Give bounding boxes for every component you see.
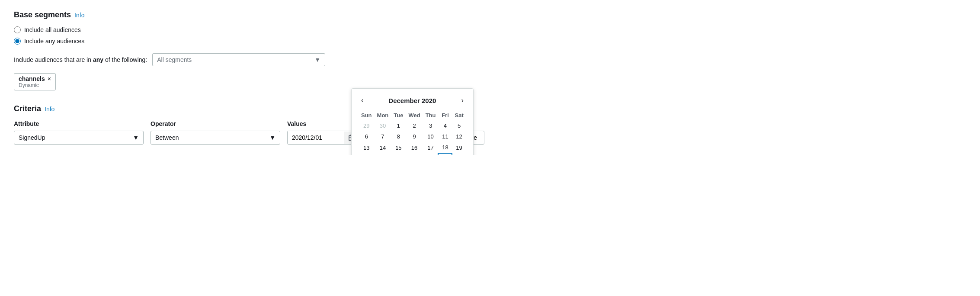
calendar-day-cell[interactable]: 9: [406, 131, 423, 142]
cal-header-fri: Fri: [438, 110, 452, 120]
date-from-input[interactable]: [288, 131, 344, 144]
calendar-day-cell[interactable]: 19: [452, 142, 466, 153]
cal-header-thu: Thu: [423, 110, 439, 120]
attribute-label: Attribute: [14, 120, 144, 127]
cal-header-sat: Sat: [452, 110, 466, 120]
bold-any: any: [93, 56, 103, 63]
criteria-grid: Attribute SignedUp ▼ Operator Between ▼ …: [14, 120, 966, 145]
include-row: Include audiences that are in any of the…: [14, 53, 966, 66]
calendar-month-year: December 2020: [388, 97, 436, 104]
values-field-group: Values: [287, 120, 360, 145]
criteria-header: Criteria Info: [14, 104, 966, 113]
calendar-day-cell[interactable]: 13: [359, 142, 375, 153]
base-segments-info-link[interactable]: Info: [74, 12, 84, 19]
radio-any-audiences[interactable]: Include any audiences: [14, 38, 966, 45]
criteria-title: Criteria: [14, 104, 41, 113]
operator-value: Between: [155, 134, 179, 141]
calendar-week-row: 13141516171819: [359, 142, 466, 153]
channels-tag-chip: channels × Dynamic: [14, 73, 56, 90]
cal-header-tue: Tue: [391, 110, 406, 120]
attribute-arrow-icon: ▼: [133, 134, 139, 141]
values-label: Values: [287, 120, 360, 127]
tag-chip-container: channels × Dynamic: [14, 73, 966, 92]
calendar-day-cell[interactable]: 16: [406, 142, 423, 153]
calendar-day-cell[interactable]: 7: [375, 131, 391, 142]
calendar-day-cell[interactable]: 4: [438, 120, 452, 131]
calendar-next-button[interactable]: ›: [458, 96, 466, 105]
chip-close-button[interactable]: ×: [48, 75, 51, 82]
calendar-day-cell[interactable]: 11: [438, 131, 452, 142]
calendar-day-cell[interactable]: 3: [423, 120, 439, 131]
attribute-value: SignedUp: [19, 134, 45, 141]
calendar-day-headers-row: Sun Mon Tue Wed Thu Fri Sat: [359, 110, 466, 120]
calendar-day-cell[interactable]: 12: [452, 131, 466, 142]
calendar-day-cell[interactable]: 17: [423, 142, 439, 153]
chip-inner: channels × Dynamic: [19, 75, 51, 88]
chip-subtitle: Dynamic: [19, 82, 51, 88]
criteria-info-link[interactable]: Info: [45, 106, 54, 113]
calendar-week-row: 20212223242526: [359, 153, 466, 155]
radio-any-label: Include any audiences: [24, 38, 84, 45]
audience-radio-group: Include all audiences Include any audien…: [14, 26, 966, 45]
calendar-day-cell[interactable]: 21: [375, 153, 391, 155]
calendar-day-cell[interactable]: 29: [359, 120, 375, 131]
all-segments-dropdown[interactable]: All segments ▼: [152, 53, 325, 66]
calendar-day-cell[interactable]: 15: [391, 142, 406, 153]
calendar-thead: Sun Mon Tue Wed Thu Fri Sat: [359, 110, 466, 120]
calendar-grid: Sun Mon Tue Wed Thu Fri Sat 293012345678…: [359, 110, 466, 155]
calendar-day-cell[interactable]: 30: [375, 120, 391, 131]
chevron-left-icon: ‹: [361, 97, 363, 104]
attribute-field-group: Attribute SignedUp ▼: [14, 120, 144, 145]
calendar-body: 2930123456789101112131415161718192021222…: [359, 120, 466, 155]
calendar-day-cell[interactable]: 6: [359, 131, 375, 142]
calendar-day-cell[interactable]: 20: [359, 153, 375, 155]
operator-arrow-icon: ▼: [269, 134, 275, 141]
calendar-day-cell[interactable]: 22: [391, 153, 406, 155]
calendar-day-cell[interactable]: 5: [452, 120, 466, 131]
base-segments-title: Base segments: [14, 10, 71, 19]
operator-dropdown[interactable]: Between ▼: [151, 131, 280, 145]
calendar-day-cell[interactable]: 1: [391, 120, 406, 131]
calendar-header: ‹ December 2020 ›: [359, 96, 466, 105]
include-row-label: Include audiences that are in any of the…: [14, 56, 147, 63]
radio-all-audiences[interactable]: Include all audiences: [14, 26, 966, 33]
chip-top: channels ×: [19, 75, 51, 82]
operator-field-group: Operator Between ▼: [151, 120, 280, 145]
all-segments-placeholder: All segments: [157, 56, 192, 63]
calendar-week-row: 6789101112: [359, 131, 466, 142]
date-from-wrapper: [287, 131, 360, 145]
cal-header-wed: Wed: [406, 110, 423, 120]
calendar-day-cell[interactable]: 2: [406, 120, 423, 131]
calendar-day-cell[interactable]: 10: [423, 131, 439, 142]
chevron-right-icon: ›: [461, 97, 463, 104]
radio-all-label: Include all audiences: [24, 26, 81, 33]
main-content: Base segments Info Include all audiences…: [14, 10, 966, 145]
cal-header-mon: Mon: [375, 110, 391, 120]
chip-title: channels: [19, 75, 45, 82]
operator-label: Operator: [151, 120, 280, 127]
base-segments-header: Base segments Info: [14, 10, 966, 19]
dropdown-arrow-icon: ▼: [314, 56, 320, 63]
calendar-prev-button[interactable]: ‹: [359, 96, 366, 105]
calendar-day-cell[interactable]: 23: [406, 153, 423, 155]
calendar-week-row: 293012345: [359, 120, 466, 131]
calendar-day-cell[interactable]: 8: [391, 131, 406, 142]
calendar-day-cell[interactable]: 24: [423, 153, 439, 155]
cal-header-sun: Sun: [359, 110, 375, 120]
radio-all-input[interactable]: [14, 26, 21, 33]
calendar-day-cell[interactable]: 14: [375, 142, 391, 153]
calendar-day-cell[interactable]: 18: [438, 142, 452, 153]
radio-any-input[interactable]: [14, 38, 21, 45]
calendar-popup: ‹ December 2020 › Sun Mon Tue Wed Thu Fr…: [351, 88, 474, 155]
criteria-section: Criteria Info Attribute SignedUp ▼ Opera…: [14, 104, 966, 145]
attribute-dropdown[interactable]: SignedUp ▼: [14, 131, 144, 145]
calendar-day-cell[interactable]: 26: [452, 153, 466, 155]
calendar-day-cell[interactable]: 25: [438, 153, 452, 155]
